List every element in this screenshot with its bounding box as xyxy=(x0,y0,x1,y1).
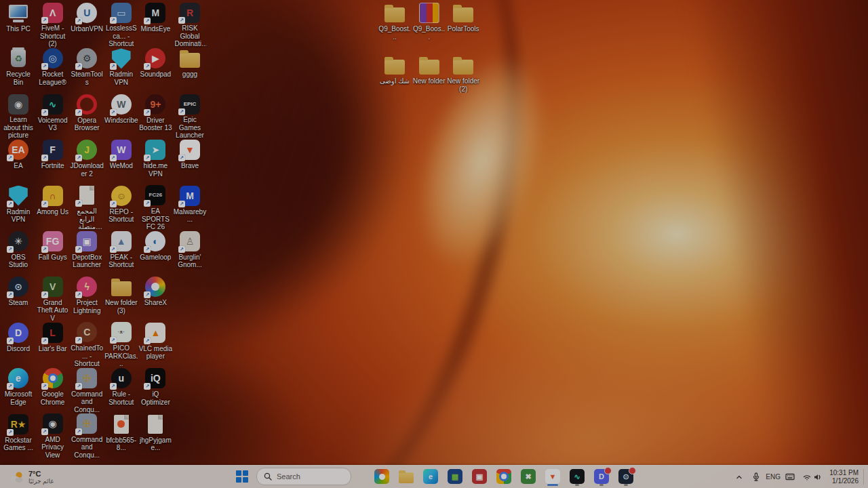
start-button[interactable] xyxy=(232,466,252,487)
desktop-icon[interactable]: Radmin VPN xyxy=(104,47,138,93)
desktop-icon[interactable]: Opera Browser xyxy=(70,94,104,139)
desktop-icon[interactable]: bfcbb565-8... xyxy=(104,413,138,459)
taskbar-discord[interactable]: D xyxy=(591,466,612,487)
app-icon: iQ xyxy=(144,367,166,389)
desktop-icon-label: LosslessSca... - Shortcut xyxy=(104,24,138,47)
app-icon: FC26 xyxy=(144,185,166,206)
desktop-icon[interactable]: ▲ VLC media player xyxy=(138,322,172,367)
desktop-icon-label: jhgPyjgame... xyxy=(138,436,172,452)
hidden-icons-button[interactable] xyxy=(731,468,747,486)
app-icon: ☺ xyxy=(111,185,132,207)
desktop-icon-label: WeMod xyxy=(110,162,133,170)
desktop-icon[interactable]: ⚙ SteamTools xyxy=(70,47,104,93)
desktop-icon[interactable]: W Windscribe xyxy=(104,94,138,139)
taskbar-chrome[interactable] xyxy=(494,466,514,487)
desktop-icon[interactable]: Google Chrome xyxy=(36,367,70,413)
desktop-icon[interactable]: ◉ AMD Privacy View xyxy=(36,413,70,459)
desktop-icon[interactable]: Radmin VPN xyxy=(1,185,35,230)
desktop-icon[interactable]: iQ iQ Optimizer xyxy=(138,367,172,413)
desktop-icon-label: hide.me VPN xyxy=(138,162,172,178)
search-box[interactable]: Search xyxy=(256,468,351,485)
desktop-icon[interactable]: L Liar's Bar xyxy=(36,322,70,367)
taskbar-xbox[interactable]: ✖ xyxy=(518,466,538,487)
desktop-icon[interactable]: Q9_Boost... xyxy=(378,2,412,54)
desktop-icon[interactable]: F Fortnite xyxy=(36,139,70,184)
network-volume-button[interactable] xyxy=(799,468,825,486)
taskbar-voicemod[interactable]: ∿ xyxy=(567,466,587,487)
shortcut-arrow-icon xyxy=(178,17,185,24)
desktop-icon[interactable]: Q9_Boos... xyxy=(412,2,446,54)
touch-keyboard-button[interactable] xyxy=(782,468,798,486)
desktop-icon-label: Rule - Shortcut xyxy=(104,390,138,406)
desktop-icon[interactable]: ·ᴥ· PICO PARKClas... xyxy=(104,322,138,367)
desktop-icon[interactable]: 9+ Driver Booster 13 xyxy=(138,94,172,139)
desktop-icon[interactable]: ☺ REPO - Shortcut xyxy=(104,185,138,230)
desktop-icon[interactable]: W WeMod xyxy=(104,139,138,184)
desktop-icon[interactable]: u Rule - Shortcut xyxy=(104,367,138,413)
desktop-icon[interactable]: R★ Rockstar Games ... xyxy=(1,413,35,459)
app-icon: ◉ xyxy=(42,413,64,434)
desktop-icon[interactable]: ∩ Among Us xyxy=(36,185,70,230)
taskbar-file-explorer[interactable] xyxy=(396,466,416,487)
app-icon: ▶ xyxy=(144,47,166,69)
desktop-icon[interactable]: New folder xyxy=(412,54,446,106)
desktop-icon[interactable]: ϟ Project Lightning xyxy=(70,276,104,321)
desktop-icon[interactable]: EPIC Epic Games Launcher xyxy=(173,94,207,139)
language-indicator[interactable]: ENG xyxy=(765,468,781,486)
desktop-icon[interactable]: ◎ Rocket League® xyxy=(36,47,70,93)
desktop-icon[interactable]: J JDownloader 2 xyxy=(70,139,104,184)
desktop-icon[interactable]: ◐ Gameloop xyxy=(138,230,172,276)
desktop-icon[interactable]: ▼ Brave xyxy=(173,139,207,184)
taskbar-edge[interactable]: e xyxy=(420,466,441,487)
desktop-icon[interactable]: U UrbanVPN xyxy=(70,2,104,47)
desktop-icon[interactable]: ➤ hide.me VPN xyxy=(138,139,172,184)
desktop-icon[interactable]: ✠ Command and Conqu... xyxy=(70,367,104,413)
clock[interactable]: 10:31 PM 1/1/2026 xyxy=(825,468,863,486)
taskbar-photos-app[interactable]: ▦ xyxy=(445,466,465,487)
desktop-icon[interactable]: M Malwareby... xyxy=(173,185,207,230)
desktop-icon[interactable]: New folder (3) xyxy=(104,276,138,321)
folder-icon xyxy=(452,54,474,76)
desktop-icon[interactable]: المجمع الرابع متصلة فاط... xyxy=(70,185,104,230)
widgets-button[interactable]: 7°C غائم جزئيًا xyxy=(4,467,58,487)
desktop-icon[interactable]: ✳ OBS Studio xyxy=(1,230,35,276)
taskbar-red-app[interactable]: ▣ xyxy=(469,466,490,487)
desktop-icon[interactable]: This PC xyxy=(1,2,35,47)
desktop-icon[interactable]: M MindsEye xyxy=(138,2,172,47)
desktop-icon[interactable]: R RISK Global Domination xyxy=(173,2,207,47)
desktop-icon[interactable]: ∿ Voicemod V3 xyxy=(36,94,70,139)
microphone-tray-button[interactable] xyxy=(748,468,764,486)
desktop-icon[interactable]: ▭ LosslessSca... - Shortcut xyxy=(104,2,138,47)
desktop-icon[interactable]: FG Fall Guys xyxy=(36,230,70,276)
desktop-icon[interactable]: EA EA xyxy=(1,139,35,184)
desktop-icon[interactable]: ✠ Command and Conqu... xyxy=(70,413,104,459)
app-icon xyxy=(144,276,166,298)
show-desktop-button[interactable] xyxy=(863,469,867,485)
shortcut-arrow-icon xyxy=(7,429,14,436)
desktop-icon[interactable]: FC26 EA SPORTS FC 26 xyxy=(138,185,172,230)
desktop-icon[interactable]: New folder (2) xyxy=(446,54,480,106)
desktop-icon[interactable]: jhgPyjgame... xyxy=(138,413,172,459)
desktop-icon[interactable]: ShareX xyxy=(138,276,172,321)
desktop-icon[interactable]: PolarTools xyxy=(446,2,480,54)
taskbar-steam[interactable]: ⊙ xyxy=(616,466,636,487)
desktop-icon[interactable]: ♙ Burglin' Gnom... xyxy=(173,230,207,276)
shortcut-arrow-icon xyxy=(41,291,48,298)
desktop-icon[interactable]: D Discord xyxy=(1,322,35,367)
desktop-icon[interactable]: e Microsoft Edge xyxy=(1,367,35,413)
desktop-icon[interactable]: ▲ PEAK - Shortcut xyxy=(104,230,138,276)
desktop-icon[interactable]: ▶ Soundpad xyxy=(138,47,172,93)
desktop-icon[interactable]: V Grand Theft Auto V xyxy=(36,276,70,321)
desktop-icon[interactable]: ♻ Recycle Bin xyxy=(1,47,35,93)
desktop-icon-label: Gameloop xyxy=(140,253,171,262)
desktop-icon[interactable]: شك اوضى xyxy=(378,54,412,106)
taskbar-copilot[interactable] xyxy=(372,466,392,487)
desktop-icon[interactable]: gggg xyxy=(173,47,207,93)
desktop-icon[interactable]: ▣ DepotBox Launcher xyxy=(70,230,104,276)
desktop-icon[interactable]: C ChainedTo... - Shortcut xyxy=(70,322,104,367)
desktop-icon[interactable]: Λ FiveM - Shortcut (2) xyxy=(36,2,70,47)
desktop-icon[interactable]: ⊙ Steam xyxy=(1,276,35,321)
taskbar-brave[interactable]: ▼ xyxy=(542,466,563,487)
desktop-icon[interactable]: ◉ Learn about this picture xyxy=(1,94,35,139)
weather-condition: غائم جزئيًا xyxy=(28,478,54,485)
